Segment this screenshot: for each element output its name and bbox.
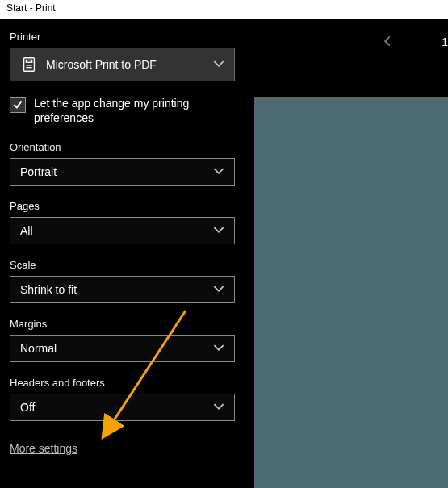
app-change-prefs-label: Let the app change my printing preferenc… [34,96,220,125]
print-preview-page [254,97,448,488]
chevron-down-icon [213,165,224,179]
headers-footers-label: Headers and footers [10,377,235,389]
scale-selected: Shrink to fit [20,283,77,296]
chevron-down-icon [213,58,224,72]
orientation-selected: Portrait [20,165,57,178]
more-settings-link[interactable]: More settings [10,442,77,455]
printer-label: Printer [10,31,235,43]
scale-label: Scale [10,259,235,271]
margins-label: Margins [10,318,235,330]
printer-selected: Microsoft Print to PDF [46,58,157,71]
app-change-prefs-checkbox[interactable] [10,97,26,113]
chevron-down-icon [213,401,224,415]
print-options-panel: Printer Microsoft Print to PDF [0,19,245,488]
orientation-select[interactable]: Portrait [10,158,235,186]
svg-rect-1 [26,60,31,63]
printer-icon [20,56,38,73]
pages-selected: All [20,224,33,237]
headers-footers-select[interactable]: Off [10,394,235,421]
window-title: Start - Print [6,2,56,14]
page-prev-button[interactable] [382,32,393,51]
scale-select[interactable]: Shrink to fit [10,276,235,303]
pages-label: Pages [10,200,235,212]
chevron-down-icon [213,342,224,356]
chevron-down-icon [213,283,224,297]
margins-select[interactable]: Normal [10,335,235,362]
pages-select[interactable]: All [10,217,235,244]
margins-selected: Normal [20,342,57,355]
printer-select[interactable]: Microsoft Print to PDF [10,48,235,81]
headers-footers-selected: Off [20,401,35,414]
chevron-down-icon [213,224,224,238]
orientation-label: Orientation [10,141,235,153]
window-titlebar: Start - Print [0,0,448,19]
page-number: 1 [442,35,448,48]
